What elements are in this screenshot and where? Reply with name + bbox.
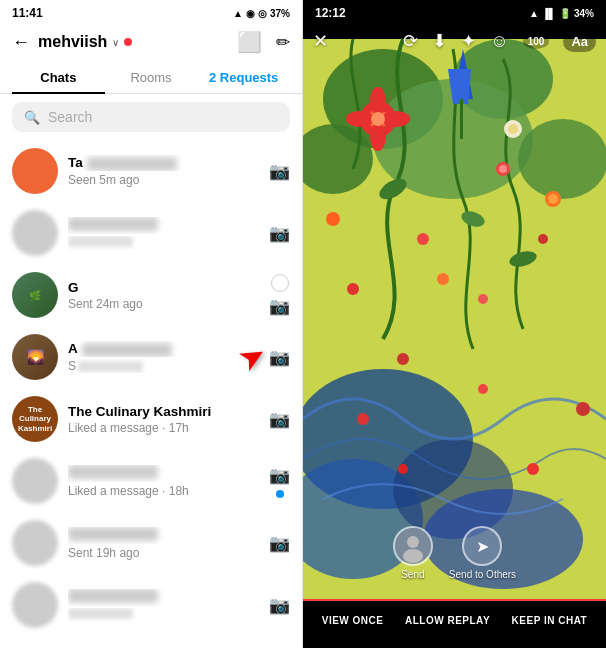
chat-right: 📷 bbox=[269, 274, 290, 317]
header-right: ⬜ ✏ bbox=[237, 30, 290, 54]
chat-name: A bbox=[68, 341, 259, 356]
camera-icon[interactable]: 📷 bbox=[269, 595, 290, 616]
left-panel: 11:41 ▲ ◉ ◎ 37% ← mehviish ∨ ⬜ ✏ Chats R… bbox=[0, 0, 303, 648]
tab-requests[interactable]: 2 Requests bbox=[197, 62, 290, 93]
refresh-icon[interactable]: ⟳ bbox=[403, 30, 418, 52]
circle-outline bbox=[271, 274, 289, 292]
search-input[interactable]: Search bbox=[48, 109, 92, 125]
chat-info: Ta Seen 5m ago bbox=[68, 155, 259, 186]
aa-text[interactable]: Aa bbox=[563, 31, 596, 52]
right-panel: 12:12 ▲ ▐▌ 🔋 34% ✕ ⟳ ⬇ ✦ ☺ 100 Aa bbox=[303, 0, 606, 648]
chat-status: Sent 19h ago bbox=[68, 546, 259, 560]
chat-info: A S bbox=[68, 341, 259, 372]
tab-rooms[interactable]: Rooms bbox=[105, 62, 198, 93]
chat-status bbox=[68, 608, 259, 622]
avatar: 🌄 bbox=[12, 334, 58, 380]
header: ← mehviish ∨ ⬜ ✏ bbox=[0, 24, 302, 62]
svg-point-28 bbox=[437, 273, 449, 285]
download-icon[interactable]: ⬇ bbox=[432, 30, 447, 52]
chat-item[interactable]: Ta Seen 5m ago 📷 bbox=[0, 140, 302, 202]
send-label: Send bbox=[401, 569, 424, 580]
chat-right: 📷 bbox=[269, 533, 290, 554]
chat-status bbox=[68, 236, 259, 250]
status-bar-right: 12:12 ▲ ▐▌ 🔋 34% bbox=[303, 0, 606, 24]
tab-chats[interactable]: Chats bbox=[12, 62, 105, 93]
chat-status: Seen 5m ago bbox=[68, 173, 259, 187]
chat-status: Sent 24m ago bbox=[68, 297, 259, 311]
send-bar: Send ➤ Send to Others bbox=[303, 518, 606, 588]
avatar bbox=[12, 148, 58, 194]
chat-item[interactable]: 🌄 A S 📷 ➤ bbox=[0, 326, 302, 388]
camera-icon[interactable]: 📷 bbox=[269, 347, 290, 368]
send-button[interactable]: Send bbox=[393, 526, 433, 580]
chat-status: Liked a message · 18h bbox=[68, 484, 259, 498]
compose-icon[interactable]: ✏ bbox=[276, 32, 290, 53]
chevron-down-icon[interactable]: ∨ bbox=[112, 37, 119, 48]
svg-point-24 bbox=[397, 353, 409, 365]
chat-right: 📷 bbox=[269, 595, 290, 616]
video-call-icon[interactable]: ⬜ bbox=[237, 30, 262, 54]
chat-info: G Sent 24m ago bbox=[68, 280, 259, 311]
chat-info bbox=[68, 589, 259, 622]
chat-item[interactable]: Sent 19h ago 📷 bbox=[0, 512, 302, 574]
chat-right: 📷 bbox=[269, 465, 290, 498]
svg-point-12 bbox=[370, 87, 386, 115]
svg-point-20 bbox=[417, 233, 429, 245]
chat-right: 📷 bbox=[269, 161, 290, 182]
back-button[interactable]: ← bbox=[12, 32, 30, 53]
view-once-button[interactable]: VIEW ONCE bbox=[316, 611, 390, 630]
chat-name bbox=[68, 527, 259, 544]
svg-point-19 bbox=[499, 165, 507, 173]
search-bar[interactable]: 🔍 Search bbox=[12, 102, 290, 132]
status-icons-right: ▲ ▐▌ 🔋 34% bbox=[529, 8, 594, 19]
chat-name bbox=[68, 589, 259, 606]
svg-point-38 bbox=[527, 463, 539, 475]
svg-point-27 bbox=[326, 212, 340, 226]
tabs-bar: Chats Rooms 2 Requests bbox=[0, 62, 302, 94]
send-avatar bbox=[393, 526, 433, 566]
svg-point-37 bbox=[398, 464, 408, 474]
svg-point-23 bbox=[478, 294, 488, 304]
close-icon[interactable]: ✕ bbox=[313, 30, 328, 52]
camera-icon[interactable]: 📷 bbox=[269, 161, 290, 182]
emoji-icon[interactable]: ☺ bbox=[490, 31, 508, 52]
send-others-button[interactable]: ➤ Send to Others bbox=[449, 526, 516, 580]
chat-right: 📷 bbox=[269, 409, 290, 430]
username-text: mehviish bbox=[38, 33, 107, 51]
chat-item[interactable]: 📷 bbox=[0, 574, 302, 636]
sparkle-icon[interactable]: ✦ bbox=[461, 30, 476, 52]
avatar bbox=[12, 458, 58, 504]
avatar: 🌿 bbox=[12, 272, 58, 318]
username-row: mehviish ∨ bbox=[38, 33, 132, 51]
unread-dot bbox=[276, 490, 284, 498]
chat-item[interactable]: The Culinary Kashmiri The Culinary Kashm… bbox=[0, 388, 302, 450]
allow-replay-button[interactable]: ALLOW REPLAY bbox=[399, 611, 496, 630]
chat-right: 📷 bbox=[269, 347, 290, 368]
toolbar-right: ⟳ ⬇ ✦ ☺ 100 Aa bbox=[403, 30, 596, 52]
status-bar-left: 11:41 ▲ ◉ ◎ 37% bbox=[0, 0, 302, 24]
send-others-icon: ➤ bbox=[462, 526, 502, 566]
camera-icon[interactable]: 📷 bbox=[269, 533, 290, 554]
status-time-right: 12:12 bbox=[315, 6, 346, 20]
camera-icon[interactable]: 📷 bbox=[269, 465, 290, 486]
chat-name bbox=[68, 217, 259, 234]
svg-point-41 bbox=[403, 549, 423, 563]
avatar bbox=[12, 520, 58, 566]
svg-point-36 bbox=[576, 402, 590, 416]
camera-icon[interactable]: 📷 bbox=[269, 409, 290, 430]
svg-point-30 bbox=[508, 124, 518, 134]
avatar bbox=[12, 582, 58, 628]
svg-rect-17 bbox=[460, 99, 463, 139]
camera-icon[interactable]: 📷 bbox=[269, 223, 290, 244]
search-icon: 🔍 bbox=[24, 110, 40, 125]
camera-icon[interactable]: 📷 bbox=[269, 296, 290, 317]
header-left: ← mehviish ∨ bbox=[12, 32, 132, 53]
chat-item[interactable]: 📷 bbox=[0, 202, 302, 264]
bottom-actions-bar: VIEW ONCE ALLOW REPLAY KEEP IN CHAT bbox=[303, 599, 606, 648]
chat-right: 📷 bbox=[269, 223, 290, 244]
chat-list: Ta Seen 5m ago 📷 📷 bbox=[0, 140, 302, 648]
keep-in-chat-button[interactable]: KEEP IN CHAT bbox=[506, 611, 594, 630]
chat-item[interactable]: 🌿 G Sent 24m ago 📷 bbox=[0, 264, 302, 326]
chat-item[interactable]: Liked a message · 18h 📷 bbox=[0, 450, 302, 512]
status-time-left: 11:41 bbox=[12, 6, 43, 20]
